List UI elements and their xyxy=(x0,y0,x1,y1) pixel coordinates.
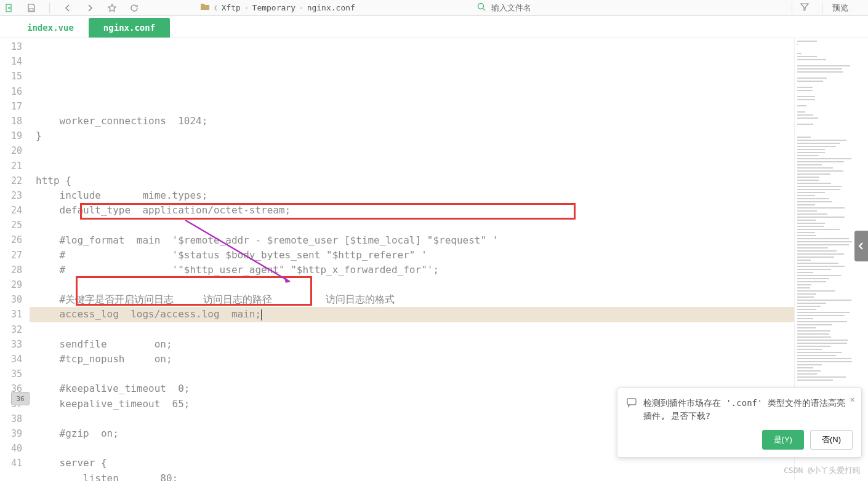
code-line[interactable]: default_type application/octet-stream; xyxy=(30,203,794,218)
tabbar: index.vue nginx.conf xyxy=(0,16,868,38)
code-line[interactable]: worker_connections 1024; xyxy=(30,114,794,129)
svg-point-2 xyxy=(478,4,484,9)
code-line[interactable] xyxy=(30,322,794,337)
chevron-right-icon: ❮ xyxy=(214,4,218,12)
tab-index-vue[interactable]: index.vue xyxy=(12,18,89,38)
breadcrumb-item[interactable]: nginx.conf xyxy=(307,3,355,12)
preview-label[interactable]: 预览 xyxy=(822,2,858,14)
tab-nginx-conf[interactable]: nginx.conf xyxy=(89,18,170,38)
code-line[interactable]: # '$status $body_bytes_sent "$http_refer… xyxy=(30,248,794,263)
notification-message: 检测到插件市场存在 '.conf' 类型文件的语法高亮插件, 是否下载? xyxy=(643,397,853,423)
yes-button[interactable]: 是(Y) xyxy=(762,430,804,450)
chevron-right-icon: › xyxy=(299,4,303,12)
chevron-right-icon: › xyxy=(244,4,249,12)
back-icon[interactable] xyxy=(62,2,73,14)
star-icon[interactable] xyxy=(106,2,118,14)
refresh-icon[interactable] xyxy=(129,2,140,14)
folder-icon xyxy=(200,2,210,13)
breadcrumb-item[interactable]: Temporary xyxy=(252,3,295,12)
code-line[interactable]: #log_format main '$remote_addr - $remote… xyxy=(30,233,794,248)
code-line[interactable]: #tcp_nopush on; xyxy=(30,352,794,367)
breadcrumb[interactable]: ❮ Xftp › Temporary › nginx.conf xyxy=(200,2,355,13)
search-icon[interactable] xyxy=(476,2,486,14)
code-line[interactable]: server { xyxy=(30,456,794,471)
gutter: 1314151617181920212223242526272829303132… xyxy=(0,38,30,481)
forward-icon[interactable] xyxy=(84,2,95,14)
notification-dialog: ✕ 检测到插件市场存在 '.conf' 类型文件的语法高亮插件, 是否下载? 是… xyxy=(617,388,862,458)
code-line[interactable]: http { xyxy=(30,173,794,188)
code-line[interactable] xyxy=(30,143,794,158)
close-icon[interactable]: ✕ xyxy=(850,394,855,404)
watermark: CSDN @小丫头爱打盹 xyxy=(784,465,861,476)
svg-rect-1 xyxy=(30,9,33,11)
toolbar-sep xyxy=(49,2,50,14)
code-line[interactable] xyxy=(30,218,794,233)
code-line[interactable] xyxy=(30,159,794,173)
search-input[interactable] xyxy=(491,3,787,12)
chat-icon xyxy=(626,397,637,423)
code-line[interactable]: sendfile on; xyxy=(30,337,794,352)
search-area: 预览 xyxy=(476,2,864,14)
code-line[interactable]: # '"$http_user_agent" "$http_x_forwarded… xyxy=(30,263,794,277)
code-line[interactable]: #关键字是否开启访问日志 访问日志的路径 访问日志的格式 xyxy=(30,292,794,307)
svg-rect-5 xyxy=(627,399,636,405)
code-line[interactable]: include mime.types; xyxy=(30,188,794,203)
code-line[interactable]: access_log logs/access.log main; xyxy=(30,307,794,322)
new-file-icon[interactable] xyxy=(4,2,15,14)
sidebar-handle[interactable] xyxy=(854,231,868,261)
code-line[interactable]: } xyxy=(30,129,794,143)
no-button[interactable]: 否(N) xyxy=(810,430,853,450)
goto-line-button[interactable]: 36 xyxy=(11,392,30,405)
code-line[interactable] xyxy=(30,367,794,381)
breadcrumb-item[interactable]: Xftp xyxy=(222,3,241,12)
filter-icon[interactable] xyxy=(792,2,817,14)
toolbar: ❮ Xftp › Temporary › nginx.conf 预览 xyxy=(0,0,868,16)
code-line[interactable]: listen 80; xyxy=(30,471,794,481)
save-icon[interactable] xyxy=(26,2,37,14)
code-line[interactable] xyxy=(30,277,794,292)
